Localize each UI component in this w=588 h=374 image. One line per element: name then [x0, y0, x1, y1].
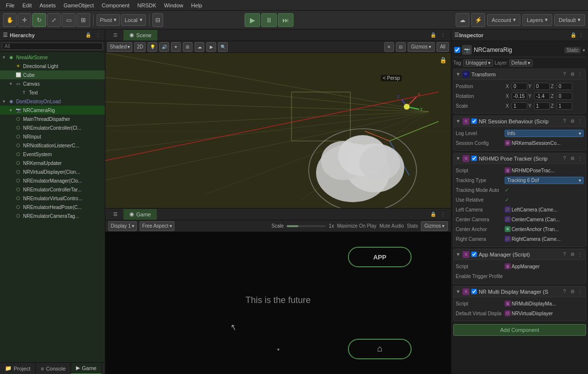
layers-button[interactable]: Layers ▾: [522, 14, 552, 26]
nrmultidisplay-dots-button[interactable]: ⋮: [577, 288, 584, 295]
scene-sky-button[interactable]: ☁: [195, 42, 204, 52]
nrmultidisplay-check[interactable]: [471, 289, 477, 294]
transform-tool-button[interactable]: ⊞: [76, 13, 90, 27]
add-component-button[interactable]: Add Component: [453, 324, 586, 336]
account-button[interactable]: Account ▾: [487, 14, 520, 26]
game-gizmos-button[interactable]: Gizmos ▾: [421, 221, 448, 231]
console-tab[interactable]: ≡ Console: [36, 363, 71, 374]
nrhmd-check[interactable]: [471, 156, 477, 161]
nrhmd-help-button[interactable]: ?: [561, 155, 568, 162]
scene-all-button[interactable]: All: [437, 42, 449, 52]
scene-menu-button[interactable]: ⋮: [439, 31, 447, 39]
transform-settings-button[interactable]: ⚙: [569, 71, 576, 78]
scale-z-input[interactable]: [557, 102, 572, 110]
rotation-y-input[interactable]: [534, 93, 550, 100]
scene-search-button[interactable]: 🔍: [218, 42, 228, 52]
display-dropdown[interactable]: Display 1 ▾: [108, 221, 137, 231]
appmanager-help-button[interactable]: ?: [561, 251, 568, 258]
menu-window[interactable]: Window: [160, 1, 187, 9]
tree-item-nremulatorvirtual[interactable]: ⬡ NREmulatorVirtualContro...: [0, 194, 105, 203]
stats-label[interactable]: Stats: [407, 223, 418, 229]
menu-assets[interactable]: Assets: [36, 1, 60, 9]
hierarchy-search-input[interactable]: [2, 43, 103, 50]
inspector-lock-button[interactable]: 🔒: [569, 31, 577, 39]
app-button[interactable]: APP: [348, 247, 412, 267]
game-tab[interactable]: ▶ Game: [71, 363, 102, 374]
menu-component[interactable]: Component: [98, 1, 133, 9]
tree-item-nrnotification[interactable]: ⬡ NRNotificationListenerC...: [0, 141, 105, 150]
extra-tool-button[interactable]: ⊟: [152, 13, 163, 27]
appmanager-settings-button[interactable]: ⚙: [569, 251, 576, 258]
appmanager-header[interactable]: ▼ S App Manager (Script) ? ⚙ ⋮: [454, 249, 586, 260]
tree-item-canvas[interactable]: ▼ ▭ Canvas: [0, 79, 105, 88]
local-dropdown[interactable]: Local ▾: [121, 14, 146, 26]
appmanager-dots-button[interactable]: ⋮: [577, 251, 584, 258]
nrsession-dots-button[interactable]: ⋮: [577, 118, 584, 125]
tree-item-dontdestroy[interactable]: ▼ ◉ DontDestroyOnLoad: [0, 97, 105, 106]
scale-x-input[interactable]: [512, 102, 527, 110]
shading-dropdown[interactable]: Shaded ▾: [107, 42, 132, 52]
tree-item-nremulatormanager[interactable]: ⬡ NREmulatorManager(Clo...: [0, 176, 105, 185]
tree-item-nrealaiscene[interactable]: ▼ ◉ NrealAirScene: [0, 53, 105, 62]
nrhmd-settings-button[interactable]: ⚙: [569, 155, 576, 162]
rotate-tool-button[interactable]: ↻: [32, 13, 46, 27]
tree-item-nremulatorcameratag[interactable]: ⬡ NREmulatorCameraTag...: [0, 211, 105, 220]
transform-header[interactable]: ▼ ⟳ Transform ? ⚙ ⋮: [454, 69, 586, 80]
menu-file[interactable]: File: [2, 1, 19, 9]
position-z-input[interactable]: [557, 83, 572, 90]
tree-item-mainthreaddispatcher[interactable]: ⬡ MainThreadDispather: [0, 115, 105, 123]
hand-tool-button[interactable]: ✋: [3, 13, 17, 27]
play-button[interactable]: ▶: [245, 13, 260, 27]
tree-item-nrvirtualdisplayer[interactable]: ⬡ NRVirtualDisplayer(Clon...: [0, 167, 105, 176]
layer-value-dropdown[interactable]: Default ▾: [509, 59, 533, 67]
scale-tool-button[interactable]: ⤢: [47, 13, 61, 27]
hierarchy-menu-button[interactable]: ⋮: [94, 31, 102, 39]
layout-button[interactable]: Default ▾: [554, 14, 585, 26]
game-view-canvas[interactable]: APP This is the future ⌂ ↖: [105, 232, 451, 374]
scene-close-button[interactable]: ✕: [384, 42, 394, 52]
scene-lock-button[interactable]: 🔒: [429, 31, 437, 39]
loglevel-dropdown[interactable]: Info ▾: [505, 130, 584, 137]
nrmultidisplay-header[interactable]: ▼ S NR Multi Display Manager (S ? ⚙ ⋮: [454, 286, 586, 297]
game-main-tab[interactable]: ◉ Game: [123, 209, 157, 220]
tree-item-nremulatorcontroller[interactable]: ⬡ NREmulatorController(Cl...: [0, 123, 105, 132]
mute-label[interactable]: Mute Audio: [379, 223, 404, 229]
scene-layers-button[interactable]: ⊟: [396, 42, 406, 52]
position-x-input[interactable]: [512, 83, 527, 90]
game-panel-tab[interactable]: ☰: [107, 209, 123, 220]
project-tab[interactable]: 📁 Project: [0, 363, 36, 374]
menu-gameobject[interactable]: GameObject: [60, 1, 98, 9]
nrhmd-dots-button[interactable]: ⋮: [577, 155, 584, 162]
menu-help[interactable]: Help: [187, 1, 206, 9]
collab-button[interactable]: ⚡: [471, 13, 485, 27]
maximize-label[interactable]: Maximize On Play: [337, 223, 377, 229]
scale-slider[interactable]: [287, 225, 326, 227]
cloud-button[interactable]: ☁: [456, 13, 469, 27]
tree-item-nremulatorcontrollertar[interactable]: ⬡ NREmulatorControllerTar...: [0, 185, 105, 194]
gizmos-button[interactable]: Gizmos ▾: [408, 42, 435, 52]
tree-item-nrcamerarig[interactable]: ▼ 📷 NRCameraRig: [0, 106, 105, 115]
transform-help-button[interactable]: ?: [561, 71, 568, 78]
transform-dots-button[interactable]: ⋮: [577, 71, 584, 78]
home-button[interactable]: ⌂: [348, 339, 412, 359]
scene-view[interactable]: X Y Z < Persp 🔒: [105, 53, 451, 208]
tree-item-text[interactable]: T Text: [0, 88, 105, 97]
menu-edit[interactable]: Edit: [19, 1, 36, 9]
tag-value-dropdown[interactable]: Untagged ▾: [463, 59, 492, 67]
scene-scene-btn[interactable]: ⊞: [183, 42, 193, 52]
inspector-menu-button[interactable]: ⋮: [577, 31, 585, 39]
nrsession-help-button[interactable]: ?: [561, 118, 568, 125]
appmanager-check[interactable]: [471, 252, 477, 257]
step-button[interactable]: ⏭: [278, 13, 294, 27]
aspect-dropdown[interactable]: Free Aspect ▾: [140, 221, 174, 231]
move-tool-button[interactable]: ✛: [18, 13, 31, 27]
pause-button[interactable]: ⏸: [261, 13, 277, 27]
nrmultidisplay-settings-button[interactable]: ⚙: [569, 288, 576, 295]
2d-button[interactable]: 2D: [134, 42, 146, 52]
scale-y-input[interactable]: [534, 102, 550, 110]
hierarchy-lock-button[interactable]: 🔒: [84, 31, 92, 39]
hierarchy-tab-small[interactable]: ☰: [107, 30, 123, 41]
object-active-checkbox[interactable]: [454, 47, 460, 53]
tree-item-nremulatorheadpose[interactable]: ⬡ NREmulatorHeadPose(C...: [0, 203, 105, 211]
tree-item-nrinput[interactable]: ⬡ NRInput: [0, 132, 105, 141]
